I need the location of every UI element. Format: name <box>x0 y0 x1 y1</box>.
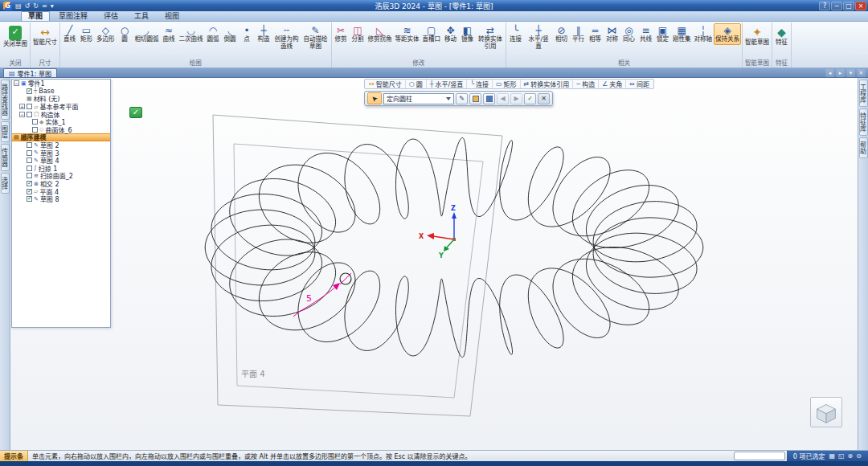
conic-button[interactable]: ◡二次曲线 <box>178 23 205 45</box>
keypoint-filter-dropdown[interactable]: 定向圆柱 <box>383 93 454 104</box>
expander-icon[interactable]: + <box>19 104 25 109</box>
curve-button[interactable]: ≈曲线 <box>161 23 178 45</box>
select-tool-button[interactable]: ➤ <box>367 92 382 104</box>
angle-toggle[interactable]: ∠夹角 <box>599 80 626 88</box>
fillet-button[interactable]: ◟倒圆 <box>222 23 239 45</box>
accept-button[interactable]: ✓ <box>524 93 536 104</box>
offset-entities-button[interactable]: ≋等距实体 <box>394 23 421 45</box>
visibility-checkbox[interactable] <box>27 150 32 156</box>
symmetric-button[interactable]: ⋈对称 <box>604 23 620 45</box>
tab-select[interactable]: 选择 <box>1 173 10 194</box>
visibility-checkbox[interactable] <box>32 127 38 133</box>
rigid-set-button[interactable]: ▦刚性集 <box>671 23 693 45</box>
convert-entities-button[interactable]: ⇄转换实体引用 <box>476 23 505 51</box>
tab-sensors[interactable]: 传感器 <box>1 144 10 171</box>
redo-icon[interactable]: ↻ <box>33 2 39 10</box>
tree-item[interactable]: ⊗相交 2 <box>12 180 110 188</box>
tree-item[interactable]: ▱平面 4 <box>12 187 110 195</box>
maintain-relationships-button[interactable]: ◈保持关系 <box>714 23 741 45</box>
visibility-checkbox[interactable] <box>27 142 32 148</box>
zoom-in-icon[interactable]: ⊕ <box>848 452 854 460</box>
view-cube[interactable] <box>810 397 842 427</box>
spacing-toggle[interactable]: ⇔间距 <box>626 80 653 88</box>
convert-entities-toggle[interactable]: ⇄转换实体引用 <box>521 80 574 88</box>
tree-item[interactable]: +▱基本参考平面 <box>12 103 110 111</box>
fit-view-icon[interactable]: ◱ <box>838 452 845 460</box>
tab-library[interactable]: 工程库 <box>859 80 868 107</box>
tree-section-header[interactable]: ▤顺序建模 <box>12 133 110 141</box>
cancel-button[interactable]: ✕ <box>538 93 550 104</box>
help-button[interactable]: ? <box>819 2 830 10</box>
lock-button[interactable]: ▣锁定 <box>654 23 671 45</box>
maximize-button[interactable]: □ <box>843 2 854 10</box>
ribbon-tab[interactable]: 评估 <box>96 11 125 21</box>
ribbon-tab[interactable]: 草图 <box>21 11 50 21</box>
rectangle-button[interactable]: ▭矩形 <box>78 23 95 45</box>
circle-toggle[interactable]: ○圆 <box>406 80 427 88</box>
viewport[interactable]: 平面 4XYZ5 ↔智能尺寸○圆┼水平/竖直╰连接▭矩形⇄转换实体引用╌构造∠夹… <box>10 78 858 450</box>
tab-feature-library[interactable]: 特征库 <box>859 108 868 136</box>
tree-item[interactable]: ✎草图 4 <box>12 157 110 165</box>
ribbon-tab[interactable]: 草图注释 <box>51 11 95 21</box>
trim-button[interactable]: ✂修剪 <box>333 23 350 45</box>
tab-help[interactable]: 帮助 <box>859 137 868 158</box>
visibility-checkbox[interactable] <box>32 119 38 125</box>
collinear-button[interactable]: ≡共线 <box>637 23 654 45</box>
fill-color-button[interactable] <box>469 93 481 104</box>
visibility-checkbox[interactable] <box>27 112 32 117</box>
convert-to-construction-button[interactable]: ╌创建为构造线 <box>272 23 301 51</box>
app-logo-icon[interactable]: G <box>3 2 12 10</box>
auto-sketch-button[interactable]: ✎自动描绘草图 <box>301 23 330 51</box>
tab-prev-button[interactable]: ◂ <box>825 69 834 77</box>
circle-button[interactable]: ○圆 <box>117 23 133 45</box>
tree-item[interactable]: ✎草图 8 <box>12 195 110 203</box>
connect-toggle[interactable]: ╰连接 <box>467 80 493 88</box>
customize-quick-access-icon[interactable]: ▾ <box>51 2 54 10</box>
smart-dimension-toggle[interactable]: ↔智能尺寸 <box>366 80 406 88</box>
undo-icon[interactable]: ↺ <box>25 2 31 10</box>
visibility-checkbox[interactable] <box>27 166 32 171</box>
construction-button[interactable]: ┼构造 <box>256 23 272 45</box>
ribbon-tab[interactable]: 工具 <box>127 11 156 21</box>
ribbon-tab[interactable]: 视图 <box>158 11 186 21</box>
style-picker-button[interactable]: ✎ <box>456 93 468 104</box>
expander-icon[interactable]: − <box>19 112 25 117</box>
horizontal-vertical-toggle[interactable]: ┼水平/竖直 <box>427 80 468 88</box>
arc-button[interactable]: ◠圆弧 <box>205 23 222 45</box>
smart-sketch-button[interactable]: ✦智能草图 <box>743 23 771 48</box>
command-search-input[interactable] <box>734 452 785 460</box>
close-button[interactable]: × <box>855 2 866 10</box>
visibility-checkbox[interactable] <box>27 173 32 178</box>
tab-close-button[interactable]: ✕ <box>857 69 866 77</box>
visibility-checkbox[interactable] <box>27 181 32 186</box>
previous-button[interactable]: ◀ <box>497 93 509 104</box>
document-tab[interactable]: ▤ 零件1: 草图 <box>3 68 57 77</box>
tree-item[interactable]: ┼Base <box>12 88 110 96</box>
tangent-arc-button[interactable]: ◞相切圆弧 <box>133 23 161 45</box>
horizontal-vertical-button[interactable]: ┼水平/竖直 <box>524 23 553 51</box>
parallel-button[interactable]: ∥平行 <box>570 23 587 45</box>
slot-button[interactable]: ▢直槽口 <box>421 23 443 45</box>
point-button[interactable]: •点 <box>239 23 256 45</box>
rectangle-toggle[interactable]: ▭矩形 <box>493 80 521 88</box>
tab-layers[interactable]: 图层 <box>1 121 10 142</box>
tab-next-button[interactable]: ▸ <box>836 69 845 77</box>
display-options-icon[interactable]: ▦ <box>829 452 835 460</box>
visibility-checkbox[interactable] <box>27 157 32 163</box>
mirror-button[interactable]: ◧镜像 <box>459 23 476 45</box>
tree-item[interactable]: ✎草图 3 <box>12 149 110 157</box>
smart-dimension-button[interactable]: ↔智能尺寸 <box>31 23 59 48</box>
expander-icon[interactable]: − <box>14 80 19 86</box>
visibility-checkbox[interactable] <box>27 88 32 94</box>
split-button[interactable]: ◫分割 <box>350 23 366 45</box>
connect-button[interactable]: ╰连接 <box>507 23 524 45</box>
line-color-button[interactable] <box>483 93 495 104</box>
next-button[interactable]: ▶ <box>510 93 522 104</box>
tree-item[interactable]: −▣零件1 <box>12 80 110 88</box>
visibility-checkbox[interactable] <box>27 189 32 194</box>
tab-pathfinder[interactable]: 路径查找器 <box>1 80 10 120</box>
save-icon[interactable]: ▤ <box>15 2 22 10</box>
tab-list-button[interactable]: ▾ <box>846 69 855 77</box>
polygon-button[interactable]: ◇多边形 <box>95 23 117 45</box>
equal-button[interactable]: =相等 <box>587 23 604 45</box>
